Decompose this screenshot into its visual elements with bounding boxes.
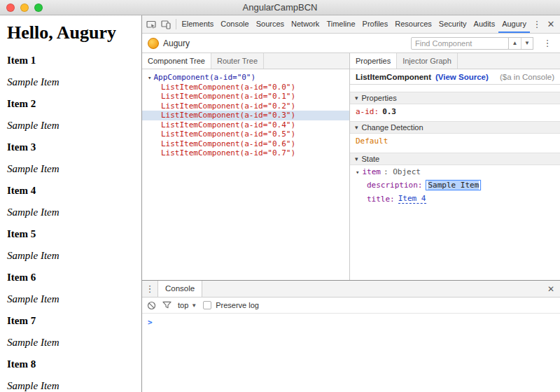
tab-component-tree[interactable]: Component Tree xyxy=(142,53,211,69)
chevron-down-icon: ▼ xyxy=(191,302,197,309)
description-edit-field[interactable]: Sample Item xyxy=(426,180,481,190)
preserve-log-checkbox[interactable] xyxy=(203,301,211,309)
zoom-window-button[interactable] xyxy=(34,4,43,12)
collapse-icon: ▾ xyxy=(355,155,358,162)
list-item: Item 4Sample Item xyxy=(7,185,134,218)
list-item-description: Sample Item xyxy=(7,337,134,349)
tree-node[interactable]: ListItemComponent(a-id="0.5") xyxy=(142,130,349,139)
state-description-row: description: Sample Item xyxy=(350,178,560,192)
expand-icon[interactable]: ▾ xyxy=(148,74,151,81)
list-item-title: Item 3 xyxy=(7,141,134,153)
close-devtools-icon[interactable]: ✕ xyxy=(544,15,558,33)
inspect-element-icon[interactable] xyxy=(144,15,159,33)
list-item: Item 5Sample Item xyxy=(7,228,134,262)
augury-logo-icon xyxy=(148,38,159,49)
tree-node-label: AppComponent(a-id="0") xyxy=(153,73,255,82)
state-title-value[interactable]: Item 4 xyxy=(398,194,426,204)
window-title: AngularCampBCN xyxy=(0,0,560,15)
component-name: ListItemComponent xyxy=(356,73,431,81)
list-item-description: Sample Item xyxy=(7,163,134,175)
tree-node[interactable]: ListItemComponent(a-id="0.6") xyxy=(142,139,349,149)
expand-icon[interactable]: ▾ xyxy=(356,169,359,176)
drawer-menu-icon[interactable]: ⋮ xyxy=(142,281,158,297)
component-header: ListItemComponent (View Source) ($a in C… xyxy=(350,69,560,85)
tree-node[interactable]: ListItemComponent(a-id="0.7") xyxy=(142,148,349,158)
list-item: Item 6Sample Item xyxy=(7,272,134,305)
titlebar: AngularCampBCN xyxy=(0,0,560,15)
tab-drawer-console[interactable]: Console xyxy=(158,281,202,297)
find-component-input[interactable] xyxy=(411,37,509,50)
section-state[interactable]: ▾ State xyxy=(350,153,560,165)
tree-node-root[interactable]: ▾AppComponent(a-id="0") xyxy=(142,73,349,83)
tab-audits[interactable]: Audits xyxy=(470,15,499,33)
tab-augury[interactable]: Augury xyxy=(498,15,530,33)
console-drawer: ⋮ Console ✕ top ▼ Preserv xyxy=(142,280,560,392)
state-object-row[interactable]: ▾ item : Object xyxy=(350,165,560,178)
tab-router-tree[interactable]: Router Tree xyxy=(211,53,264,69)
list-item-title: Item 8 xyxy=(7,358,134,370)
tab-security[interactable]: Security xyxy=(435,15,470,33)
filter-icon[interactable] xyxy=(162,301,172,309)
execution-context-value: top xyxy=(178,301,188,309)
section-label: State xyxy=(362,155,380,163)
section-label: Change Detection xyxy=(362,123,424,132)
section-change-detection[interactable]: ▾ Change Detection xyxy=(350,121,560,134)
tree-node[interactable]: ListItemComponent(a-id="0.0") xyxy=(142,83,349,92)
list-item-title: Item 5 xyxy=(7,228,134,240)
tab-resources[interactable]: Resources xyxy=(391,15,435,33)
search-nav-buttons: ▲ ▼ xyxy=(508,37,533,50)
augury-menu-icon[interactable]: ⋮ xyxy=(540,34,554,52)
minimize-window-button[interactable] xyxy=(20,4,29,12)
list-item-description: Sample Item xyxy=(7,206,134,218)
clear-console-icon[interactable] xyxy=(147,301,156,310)
tab-elements[interactable]: Elements xyxy=(178,15,217,33)
console-messages: > xyxy=(142,314,560,392)
tree-node-selected[interactable]: ListItemComponent(a-id="0.3") xyxy=(142,111,349,120)
state-object-key: item xyxy=(362,167,381,176)
augury-toolbar: Augury ▲ ▼ ⋮ xyxy=(142,34,560,53)
list-item: Item 7Sample Item xyxy=(7,315,134,349)
collapse-icon: ▾ xyxy=(355,124,358,131)
devtools-menu-icon[interactable]: ⋮ xyxy=(530,15,544,33)
tab-sources[interactable]: Sources xyxy=(253,15,288,33)
state-title-row: title: Item 4 xyxy=(350,192,560,205)
list-item: Item 1Sample Item xyxy=(7,55,134,88)
list-item-title: Item 2 xyxy=(7,98,134,110)
page-title: Hello, Augury xyxy=(7,22,134,43)
tab-console[interactable]: Console xyxy=(217,15,252,33)
state-object-type: : Object xyxy=(384,167,421,176)
tab-injector-graph[interactable]: Injector Graph xyxy=(397,53,458,69)
tab-properties[interactable]: Properties xyxy=(350,53,397,69)
execution-context-select[interactable]: top ▼ xyxy=(178,301,197,309)
component-tree: ▾AppComponent(a-id="0") ListItemComponen… xyxy=(142,69,349,280)
list-item-description: Sample Item xyxy=(7,380,134,392)
console-hint: ($a in Console) xyxy=(500,73,554,81)
section-properties[interactable]: ▾ Properties xyxy=(350,92,560,104)
close-window-button[interactable] xyxy=(6,4,15,12)
console-prompt[interactable]: > xyxy=(142,316,560,329)
tree-node[interactable]: ListItemComponent(a-id="0.4") xyxy=(142,120,349,130)
state-description-key: description: xyxy=(367,181,422,190)
browser-window: AngularCampBCN Hello, Augury Item 1Sampl… xyxy=(0,0,560,392)
search-next-icon[interactable]: ▼ xyxy=(521,38,533,49)
console-toolbar: top ▼ Preserve log xyxy=(142,298,560,314)
close-drawer-icon[interactable]: ✕ xyxy=(542,281,560,297)
tab-timeline[interactable]: Timeline xyxy=(323,15,358,33)
devtools-panel: Elements Console Sources Network Timelin… xyxy=(142,15,560,392)
tab-network[interactable]: Network xyxy=(288,15,323,33)
view-source-link[interactable]: (View Source) xyxy=(435,73,489,81)
list-item-title: Item 1 xyxy=(7,55,134,66)
tab-profiles[interactable]: Profiles xyxy=(359,15,392,33)
list-item-description: Sample Item xyxy=(7,76,134,88)
preserve-log-label: Preserve log xyxy=(216,301,259,309)
list-item-title: Item 6 xyxy=(7,272,134,284)
divider xyxy=(176,19,176,29)
list-item: Item 3Sample Item xyxy=(7,141,134,175)
device-toolbar-icon[interactable] xyxy=(159,15,174,33)
tree-node[interactable]: ListItemComponent(a-id="0.1") xyxy=(142,92,349,102)
web-page: Hello, Augury Item 1Sample Item Item 2Sa… xyxy=(0,15,142,392)
list-item-description: Sample Item xyxy=(7,293,134,305)
properties-pane-tabs: Properties Injector Graph xyxy=(350,53,560,69)
search-prev-icon[interactable]: ▲ xyxy=(509,38,521,49)
tree-node[interactable]: ListItemComponent(a-id="0.2") xyxy=(142,102,349,111)
